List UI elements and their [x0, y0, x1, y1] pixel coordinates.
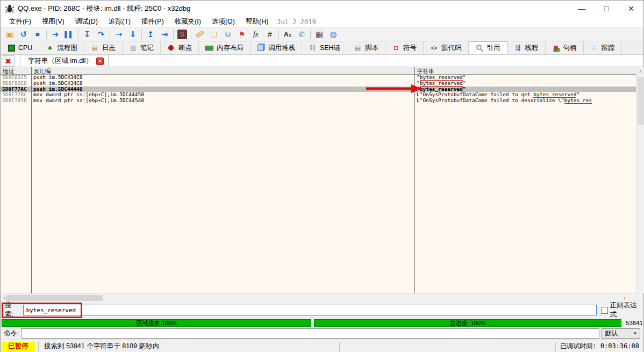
notify-icon[interactable]: ✆: [295, 28, 309, 40]
trace-into-icon[interactable]: ⇢: [112, 28, 126, 40]
handles-icon: [554, 46, 557, 49]
restart-icon[interactable]: ↺: [17, 28, 31, 40]
tab-call-stack[interactable]: 调用堆栈: [251, 41, 302, 54]
window-title: QQ.exe - PID: 268C - 模块: im.dll - 线程: 25…: [18, 4, 191, 13]
view-tab-bar: CPU ♣流程图 ▤日志 ▥笔记 断点 内存布局 调用堆栈 ⛓SEH链 ▤脚本 …: [1, 41, 643, 55]
function-icon[interactable]: fx: [249, 28, 263, 40]
horizontal-scrollbar[interactable]: ‹ ›: [1, 293, 636, 301]
reference-subtab-bar: ✖ 字符串（区域 im.dll） ✕: [1, 55, 643, 67]
title-bar: QQ.exe - PID: 268C - 模块: im.dll - 线程: 25…: [1, 1, 643, 17]
tab-memory-map[interactable]: 内存布局: [199, 41, 251, 54]
search-row: 搜索: 正则表达式: [1, 301, 643, 319]
regex-label: 正则表达式: [610, 301, 643, 319]
col-disassembly-header[interactable]: 反汇编: [34, 67, 51, 75]
log-icon: ▤: [91, 44, 99, 52]
table-row[interactable]: 5D8F63E8 push im.5DC434C8 "bytes_reserve…: [1, 81, 636, 87]
tab-script[interactable]: ▤脚本: [347, 41, 385, 54]
subtab-close-icon[interactable]: ✕: [96, 58, 104, 65]
references-table[interactable]: 地址 反汇编 字符串 5D8F63C5 push im.5DC434C8 "by…: [1, 67, 636, 293]
tab-seh[interactable]: ⛓SEH链: [302, 41, 347, 54]
progress-row: 区域搜索 100% 总进度: 100% 53841: [1, 319, 643, 327]
references-search-icon: [476, 44, 484, 52]
symbols-icon: ◘: [392, 44, 400, 52]
result-count: 53841: [626, 320, 643, 326]
menu-view[interactable]: 视图(V): [37, 17, 70, 27]
pause-icon[interactable]: ▌▌: [62, 28, 76, 40]
table-row-selected[interactable]: 5D8F77AC push im.5DC44440 "bytes_reserve…: [1, 87, 636, 92]
tab-trace[interactable]: ∴跟踪: [584, 41, 622, 54]
step-into-icon[interactable]: ↧: [80, 28, 94, 40]
menu-trace[interactable]: 追踪(T): [103, 17, 136, 27]
menu-options[interactable]: 选项(O): [206, 17, 240, 27]
status-bar: 已暂停 搜索到 53841 个字符串于 8109 毫秒内 已调试时间: 0:03…: [1, 340, 643, 352]
col-address-header[interactable]: 地址: [3, 67, 14, 75]
comments-icon[interactable]: ❏: [207, 28, 221, 40]
hash-icon[interactable]: #: [263, 28, 277, 40]
patch-icon[interactable]: [193, 28, 207, 40]
horizontal-scroll-thumb[interactable]: [6, 295, 103, 301]
search-input[interactable]: [23, 305, 596, 315]
menu-favourites[interactable]: 收藏夹(I): [169, 17, 206, 27]
execute-till-return-icon[interactable]: ↥: [144, 28, 158, 40]
search-match: bytes_reserved: [420, 81, 463, 87]
text-case-icon[interactable]: A₂: [281, 28, 295, 40]
column-divider: [414, 67, 415, 293]
minimize-button[interactable]: —: [569, 1, 594, 17]
total-progressbar: 总进度: 100%: [314, 319, 621, 327]
command-input[interactable]: [21, 328, 599, 339]
step-over-icon[interactable]: ↷: [94, 28, 108, 40]
command-profile-select[interactable]: 默认 ▼: [602, 328, 640, 339]
calculator-icon[interactable]: ▦: [312, 28, 326, 40]
bookmark-icon[interactable]: ⚑: [235, 28, 249, 40]
run-icon[interactable]: ➜: [48, 28, 62, 40]
command-row: 命令: 默认 ▼: [1, 327, 643, 340]
menu-debug[interactable]: 调试(D): [70, 17, 103, 27]
tab-handles[interactable]: 句柄: [546, 41, 584, 54]
open-folder-icon[interactable]: ▣: [3, 28, 17, 40]
table-row[interactable]: 5D8F77BC mov dword ptr ss:[ebp+C],im.5DC…: [1, 92, 636, 98]
labels-icon[interactable]: ⧉: [221, 28, 235, 40]
regex-checkbox[interactable]: [601, 307, 608, 314]
vertical-scroll-thumb[interactable]: [638, 77, 644, 125]
maximize-button[interactable]: □: [594, 1, 619, 17]
vertical-scrollbar[interactable]: ∧: [636, 67, 644, 293]
tab-breakpoints[interactable]: 断点: [161, 41, 199, 54]
tab-threads[interactable]: ⇶线程: [507, 41, 546, 54]
cpu-icon: [8, 45, 15, 52]
stop-icon[interactable]: ■: [31, 28, 45, 40]
search-match: bytes_res: [564, 98, 592, 104]
tab-log[interactable]: ▤日志: [84, 41, 123, 54]
build-date-label: Jul 2 2019: [274, 18, 316, 26]
x32dbg-window: QQ.exe - PID: 268C - 模块: im.dll - 线程: 25…: [0, 0, 644, 352]
menu-help[interactable]: 帮助(H): [240, 17, 274, 27]
tab-graph[interactable]: ♣流程图: [39, 41, 84, 54]
trace-footprints-icon: ∴: [590, 44, 598, 52]
search-label: 搜索:: [5, 301, 20, 319]
col-string-header[interactable]: 字符串: [417, 67, 434, 75]
globe-icon[interactable]: ◍: [326, 28, 340, 40]
menu-file[interactable]: 文件(F): [4, 17, 37, 27]
scylla-icon[interactable]: S: [175, 28, 189, 40]
debug-state-badge: 已暂停: [2, 342, 35, 351]
scroll-up-icon[interactable]: ∧: [636, 67, 644, 76]
search-match: bytes_reserved: [533, 92, 576, 98]
tab-source[interactable]: <>源代码: [424, 41, 469, 54]
run-to-user-code-icon[interactable]: ⇥: [158, 28, 171, 40]
debug-time: 已调试时间: 0:03:36:08: [555, 342, 643, 351]
table-row[interactable]: 5D8F785B mov dword ptr ss:[ebp+C],im.5DC…: [1, 98, 636, 104]
trace-over-icon[interactable]: ⇓: [126, 28, 140, 40]
tab-cpu[interactable]: CPU: [2, 41, 39, 54]
menu-plugins[interactable]: 插件(P): [136, 17, 169, 27]
close-button[interactable]: ✕: [619, 1, 643, 17]
table-row[interactable]: 5D8F63C5 push im.5DC434C8 "bytes_reserve…: [1, 75, 636, 81]
tab-notes[interactable]: ▥笔记: [123, 41, 161, 54]
subtab-strings[interactable]: 字符串（区域 im.dll） ✕: [20, 55, 109, 67]
source-icon: <>: [430, 44, 438, 52]
tab-references[interactable]: 引用: [469, 41, 507, 54]
close-all-tabs-button[interactable]: ✖: [2, 55, 15, 67]
breakpoint-icon: [168, 45, 174, 51]
status-message: 搜索到 53841 个字符串于 8109 毫秒内: [38, 342, 339, 351]
search-match: bytes_reserved: [420, 87, 463, 92]
seh-chain-icon: ⛓: [309, 44, 317, 52]
tab-symbols[interactable]: ◘符号: [385, 41, 424, 54]
